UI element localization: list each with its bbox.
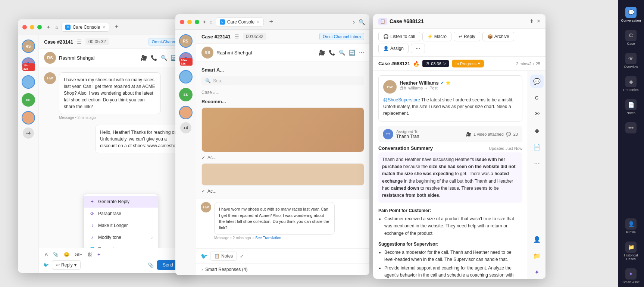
rs-item-notes[interactable]: 📄 Notes <box>620 96 642 118</box>
rs-item-historical[interactable]: 📁 Historical Cases <box>620 239 642 264</box>
reply-button-1[interactable]: ↩ Reply ▾ <box>52 260 81 270</box>
search-icon-agent-2[interactable]: 🔍 <box>339 50 345 56</box>
menu-icon-case[interactable]: ☰ <box>77 39 82 45</box>
omni-badge-2: Omni-Channel Intera <box>319 33 364 40</box>
sidebar-avatar-1[interactable]: RS <box>22 40 35 53</box>
rs-item-overview[interactable]: 👁 Overview <box>620 50 642 72</box>
menu-icon-2[interactable]: ☰ <box>234 34 239 40</box>
reply-icon: ↩ <box>56 262 60 268</box>
see-translation-link[interactable]: See Translation <box>255 236 281 240</box>
dot-yellow-2[interactable] <box>187 20 192 24</box>
assign-button[interactable]: 👤 Assign <box>378 44 409 53</box>
bubble-container: I have worn my shoes out with so many ra… <box>59 72 186 120</box>
plus-count-1[interactable]: +4 <box>23 127 34 139</box>
tab-icon-2: C <box>220 19 225 25</box>
dot-green[interactable] <box>37 25 42 29</box>
share-icon[interactable]: ⬆ <box>529 18 534 24</box>
phone-icon-2[interactable]: 📞 <box>329 50 335 56</box>
sidebar-avatar-3[interactable] <box>22 75 35 89</box>
smart-responses-label: Smart Responses (4) <box>205 267 247 272</box>
dot-green-2[interactable] <box>195 20 199 24</box>
menu-item-paraphrase[interactable]: ⟳ Paraphrase <box>84 208 158 220</box>
dot-red-2[interactable] <box>180 20 184 24</box>
video-icon-2[interactable]: 🎥 <box>319 50 325 56</box>
rs-overview-icon: 👁 <box>625 53 637 64</box>
tab-care-console-2[interactable]: C Care Console × <box>216 18 264 26</box>
expand-icon-2[interactable]: ⤢ <box>240 253 244 259</box>
profile-sidebar-btn[interactable]: 👤 <box>530 233 544 246</box>
tab-close-icon-2[interactable]: × <box>257 19 260 25</box>
dot-red[interactable] <box>22 25 27 29</box>
menu-item-generate-reply[interactable]: ✦ Generate Reply <box>84 196 158 208</box>
sidebar-avatar-2a[interactable]: RS <box>179 34 193 48</box>
more-icon-2[interactable]: ⋯ <box>359 50 364 56</box>
rs-item-case[interactable]: C Case <box>620 27 642 48</box>
rs-item-profile[interactable]: 👤 Profile <box>620 215 642 237</box>
historical-sidebar-btn[interactable]: 📁 <box>530 249 544 262</box>
macro-button[interactable]: ⚡ Macro <box>422 32 451 41</box>
more-button-win3[interactable]: ⋯ <box>411 44 425 53</box>
ai-btn[interactable]: ✦ <box>96 251 102 258</box>
bold-btn[interactable]: A <box>43 251 49 258</box>
chat-wrapper-1: Case #23141 ☰ 00:05:32 Omni-Channel In R… <box>39 35 191 273</box>
properties-sidebar-btn[interactable]: ◆ <box>530 124 544 137</box>
home-icon-2[interactable]: ⌂ <box>210 19 213 25</box>
video-icon[interactable]: 🎥 <box>141 55 147 61</box>
win3-body: HW Heather Williams ✓ ⭐ @h_williams • Po… <box>373 71 528 279</box>
rs-more-icon: ••• <box>625 122 637 133</box>
badge-ss[interactable]: SS <box>22 93 35 107</box>
menu-item-tone[interactable]: ♪ Modify tone › <box>84 231 158 243</box>
smart-assit-sidebar-btn[interactable]: ✦ <box>530 265 544 279</box>
sidebar-avatar-2b[interactable]: 👤 10m 32s <box>179 52 193 66</box>
gif-btn[interactable]: GIF <box>73 251 84 258</box>
overview-sidebar-btn[interactable]: 👁 <box>530 107 544 121</box>
search-icon-agent[interactable]: 🔍 <box>161 55 167 61</box>
reply-button-win3[interactable]: ↩ Reply <box>454 32 480 41</box>
tab-close-icon[interactable]: × <box>102 24 105 30</box>
bold-5: resistance from both sides <box>382 193 439 198</box>
badge-ss-2[interactable]: SS <box>179 88 193 101</box>
search-icon-2[interactable]: 🔍 <box>359 19 365 25</box>
search-placeholder[interactable]: Sea... <box>213 78 225 83</box>
sidebar-avatar-2c[interactable] <box>179 70 193 83</box>
avatar-rashmi-2: RS <box>201 47 213 59</box>
sidebar-avatar-2[interactable]: 👤 10m 32s <box>22 57 35 71</box>
home-icon[interactable]: ⌂ <box>55 24 58 30</box>
case-sidebar-btn[interactable]: C <box>530 91 544 104</box>
menu-label-translate: Translate <box>98 247 117 248</box>
arrow-icon-2[interactable]: › <box>353 19 355 25</box>
menu-item-longer[interactable]: ↕ Make it Longer <box>84 220 158 231</box>
in-progress-button[interactable]: In Progress ▾ <box>452 60 484 67</box>
refresh-icon-2[interactable]: 🔄 <box>349 50 355 56</box>
smart-assist-label: Smart A... <box>201 67 364 73</box>
paperclip-icon[interactable]: 📎 <box>148 262 154 268</box>
new-tab-button-1[interactable]: + <box>112 22 121 32</box>
image-btn[interactable]: 🖼 <box>86 251 93 258</box>
new-tab-button-2[interactable]: + <box>267 17 275 26</box>
more-sidebar-btn[interactable]: ⋯ <box>530 157 544 170</box>
archive-button[interactable]: 📦 Archive <box>482 32 514 41</box>
tab-care-console-1[interactable]: C Care Console × <box>61 23 110 32</box>
menu-item-translate[interactable]: 🌐 Translate › <box>84 243 158 248</box>
sidebar-avatar-2d[interactable] <box>179 106 193 119</box>
archive-label: Archive <box>494 34 509 39</box>
dot-sep: • <box>425 86 427 90</box>
avatar-incoming: HW <box>44 72 56 84</box>
phone-icon[interactable]: 📞 <box>151 55 157 61</box>
rs-item-conversation[interactable]: 💬 Conversation <box>620 4 642 25</box>
emoji-btn[interactable]: 😊 <box>62 251 71 258</box>
notes-sidebar-btn[interactable]: 📄 <box>530 140 544 154</box>
sidebar-avatar-4[interactable] <box>22 111 35 124</box>
rs-item-more[interactable]: ••• <box>620 119 642 137</box>
notes-button[interactable]: 📋 Notes <box>210 252 237 261</box>
listen-call-button[interactable]: 🎧 Listen to call <box>378 32 420 41</box>
close-icon-win3[interactable]: × <box>537 18 540 25</box>
plus-count-2[interactable]: +4 <box>180 122 191 133</box>
pain-item-1: Customer received a size of a product th… <box>384 215 522 237</box>
rs-item-properties[interactable]: ◆ Properties <box>620 73 642 95</box>
conversation-sidebar-btn[interactable]: 💬 <box>530 75 544 88</box>
rs-item-smart-assit[interactable]: ✦ Smart Assit <box>620 265 642 287</box>
dot-yellow[interactable] <box>30 25 34 29</box>
attach-btn[interactable]: 📎 <box>51 251 60 258</box>
smart-responses-bar[interactable]: › Smart Responses (4) <box>196 264 369 275</box>
